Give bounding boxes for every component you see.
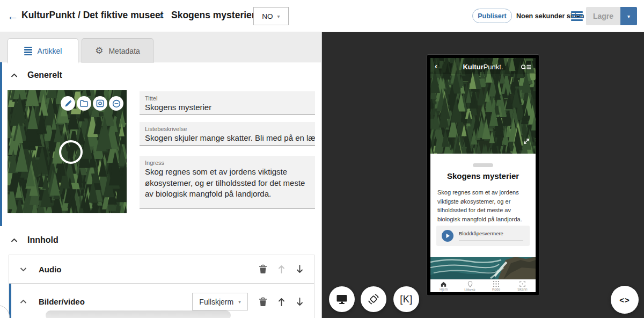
section-innhold-title: Innhold — [27, 235, 58, 245]
map-pin-icon — [467, 281, 473, 287]
arrow-down-icon — [296, 264, 304, 274]
search-list-icon[interactable] — [521, 63, 531, 73]
edit-image-button[interactable] — [61, 96, 75, 111]
arrow-up-icon — [277, 264, 286, 274]
nav-hjem[interactable]: Hjem — [430, 280, 457, 292]
nav-kode-label: Kode — [492, 287, 500, 291]
trash-icon — [259, 264, 267, 274]
folder-icon — [80, 100, 88, 107]
hamburger-menu-icon[interactable] — [571, 11, 583, 21]
home-icon — [441, 281, 447, 287]
phone-article-ingress: Skog regnes som et av jordens viktigste … — [437, 188, 529, 223]
listebeskrivelse-field[interactable]: Listebeskrivelse Skogen skjuler mange sk… — [140, 122, 315, 146]
app-name-light: Punkt. — [484, 63, 503, 71]
back-icon[interactable]: ← — [5, 9, 20, 23]
listebeskrivelse-value: Skogen skjuler mange skatter. Bli med på… — [140, 133, 315, 147]
sheet-drag-handle[interactable] — [473, 163, 493, 167]
nav-skann-label: Skann — [517, 287, 527, 291]
status-badge[interactable]: Publisert — [472, 9, 512, 23]
ingress-label: Ingress — [140, 156, 315, 167]
editor-panel: Artikkel ⚙ Metadata Generelt — [0, 32, 322, 318]
tab-bar: Artikkel ⚙ Metadata — [0, 32, 321, 62]
phone-screen: ‹ KulturPunkt. — [430, 58, 536, 292]
tab-artikkel[interactable]: Artikkel — [8, 38, 78, 63]
breadcrumb[interactable]: KulturPunkt / Det fiktive museet — [21, 10, 164, 21]
content-block-audio[interactable]: Audio — [9, 255, 314, 284]
arrow-up-icon — [277, 297, 286, 307]
delete-block-button[interactable] — [256, 262, 270, 276]
phone-preview: ‹ KulturPunkt. — [427, 54, 539, 296]
media-item-placeholder[interactable] — [46, 310, 231, 318]
kulturio-preview-button[interactable]: [K] — [393, 286, 419, 312]
phone-hero-image: ‹ KulturPunkt. — [430, 58, 536, 154]
phone-audio-player: Bloddråpesvermere — [436, 226, 530, 246]
article-cover-image[interactable] — [8, 90, 127, 213]
rotate-device-button[interactable] — [361, 286, 386, 312]
minus-circle-icon — [112, 99, 121, 108]
scan-icon — [519, 281, 525, 287]
phone-app-title: KulturPunkt. — [430, 63, 536, 71]
audio-progress-bar[interactable] — [459, 241, 523, 242]
delete-block-button[interactable] — [256, 295, 270, 309]
image-toolbar — [61, 96, 123, 111]
section-generelt-header[interactable]: Generelt — [11, 70, 62, 80]
move-down-button[interactable] — [292, 295, 306, 309]
audio-track-title: Bloddråpesvermere — [459, 230, 503, 236]
nav-utforsk-label: Utforsk — [464, 288, 475, 292]
kulturio-label: [K] — [400, 294, 413, 305]
listebeskrivelse-label: Listebeskrivelse — [140, 122, 315, 133]
active-block-indicator — [9, 284, 11, 318]
choose-image-button[interactable] — [77, 96, 91, 111]
dots-grid-icon — [493, 281, 499, 287]
chevron-down-icon: ▾ — [238, 299, 241, 305]
play-icon — [445, 233, 450, 238]
tab-metadata-label: Metadata — [108, 47, 140, 55]
phone-bottom-nav: Hjem Utforsk — [430, 279, 536, 292]
ingress-field[interactable]: Ingress Skog regnes som et av jordens vi… — [140, 156, 315, 208]
desktop-preview-button[interactable] — [329, 286, 355, 312]
active-section-indicator — [0, 62, 2, 226]
chevron-up-icon — [11, 73, 18, 78]
expand-image-icon[interactable] — [523, 138, 530, 147]
tittel-field[interactable]: Tittel Skogens mysterier — [140, 91, 315, 114]
block-audio-label: Audio — [39, 265, 62, 274]
nav-skann[interactable]: Skann — [509, 280, 536, 292]
move-up-button[interactable] — [274, 262, 288, 276]
page-title: Skogens mysterier — [171, 10, 255, 21]
phone-sea-image — [430, 257, 536, 279]
tab-artikkel-label: Artikkel — [38, 47, 62, 55]
focal-point-marker[interactable] — [59, 140, 83, 164]
language-select[interactable]: NO ▾ — [253, 7, 289, 25]
rotate-device-icon — [367, 293, 380, 306]
monitor-icon — [336, 294, 348, 305]
language-value: NO — [262, 12, 273, 20]
tab-metadata[interactable]: ⚙ Metadata — [82, 38, 153, 63]
arrow-down-icon — [296, 297, 304, 307]
chevron-up-icon — [11, 238, 18, 243]
nav-utforsk[interactable]: Utforsk — [457, 280, 483, 292]
play-button[interactable] — [442, 230, 453, 242]
nav-kode[interactable]: Kode — [483, 280, 509, 292]
focal-point-button[interactable] — [93, 96, 107, 111]
collapse-panel-button[interactable]: <> — [611, 286, 639, 314]
gear-icon: ⚙ — [95, 46, 103, 55]
tittel-label: Tittel — [140, 91, 315, 102]
remove-image-button[interactable] — [109, 96, 123, 111]
section-innhold-header[interactable]: Innhold — [11, 235, 58, 245]
top-header: ← KulturPunkt / Det fiktive museet › Sko… — [0, 0, 644, 32]
preview-panel: ‹ KulturPunkt. — [322, 32, 644, 318]
save-dropdown-button[interactable]: ▾ — [620, 7, 637, 25]
trash-icon — [259, 297, 267, 307]
chevron-up-icon — [20, 299, 27, 304]
breadcrumb-chevron-icon: › — [159, 9, 163, 21]
nav-hjem-label: Hjem — [440, 287, 448, 291]
save-button[interactable]: Lagre — [586, 7, 620, 25]
section-generelt-title: Generelt — [27, 70, 62, 80]
app-root: ← KulturPunkt / Det fiktive museet › Sko… — [0, 0, 644, 318]
move-down-button[interactable] — [292, 262, 306, 276]
tittel-value: Skogens mysterier — [140, 102, 315, 117]
pencil-icon — [64, 100, 72, 107]
collapse-label: <> — [619, 295, 630, 305]
display-mode-select[interactable]: Fullskjerm ▾ — [192, 293, 248, 310]
move-up-button[interactable] — [274, 295, 288, 309]
